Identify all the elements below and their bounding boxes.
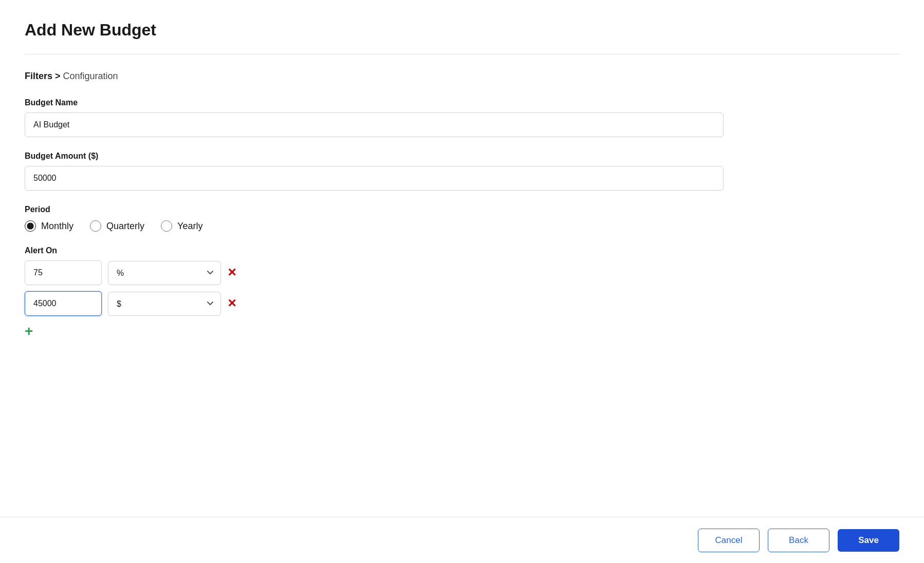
add-alert-button[interactable]: + [25,322,33,341]
period-label-monthly: Monthly [41,221,73,232]
breadcrumb-filters[interactable]: Filters > [25,71,61,81]
alert-value-input-2[interactable] [25,291,102,316]
budget-name-input[interactable] [25,112,724,137]
period-option-monthly[interactable]: Monthly [25,220,73,232]
page-title: Add New Budget [25,21,899,40]
period-option-quarterly[interactable]: Quarterly [90,220,144,232]
alert-value-input-1[interactable] [25,260,102,285]
period-radio-monthly[interactable] [25,220,36,232]
period-option-yearly[interactable]: Yearly [161,220,202,232]
cancel-button[interactable]: Cancel [698,529,760,552]
save-button[interactable]: Save [838,529,899,552]
period-options: Monthly Quarterly Yearly [25,220,724,232]
page-container: Add New Budget Filters > Configuration B… [0,0,924,563]
alert-unit-select-1[interactable]: % $ [108,261,221,285]
section-divider [25,54,899,54]
period-section: Period Monthly Quarterly Yearly [25,205,724,232]
alert-on-label: Alert On [25,246,724,255]
alert-row-2: % $ ✕ [25,291,724,316]
alert-row-1: % $ ✕ [25,260,724,285]
breadcrumb-configuration: Configuration [63,71,118,81]
period-label-quarterly: Quarterly [106,221,144,232]
budget-amount-label: Budget Amount ($) [25,152,724,161]
breadcrumb: Filters > Configuration [25,71,899,82]
footer-bar: Cancel Back Save [0,517,924,563]
delete-alert-2-button[interactable]: ✕ [227,298,236,309]
form-section: Budget Name Budget Amount ($) Period Mon… [25,98,724,341]
period-radio-quarterly[interactable] [90,220,101,232]
budget-name-label: Budget Name [25,98,724,107]
budget-amount-input[interactable] [25,166,724,191]
alert-unit-select-2[interactable]: % $ [108,292,221,316]
back-button[interactable]: Back [768,529,829,552]
period-label: Period [25,205,724,214]
delete-alert-1-button[interactable]: ✕ [227,267,236,278]
alert-section: Alert On % $ ✕ % $ [25,246,724,341]
period-label-yearly: Yearly [177,221,202,232]
period-radio-yearly[interactable] [161,220,172,232]
main-content: Add New Budget Filters > Configuration B… [0,0,924,563]
